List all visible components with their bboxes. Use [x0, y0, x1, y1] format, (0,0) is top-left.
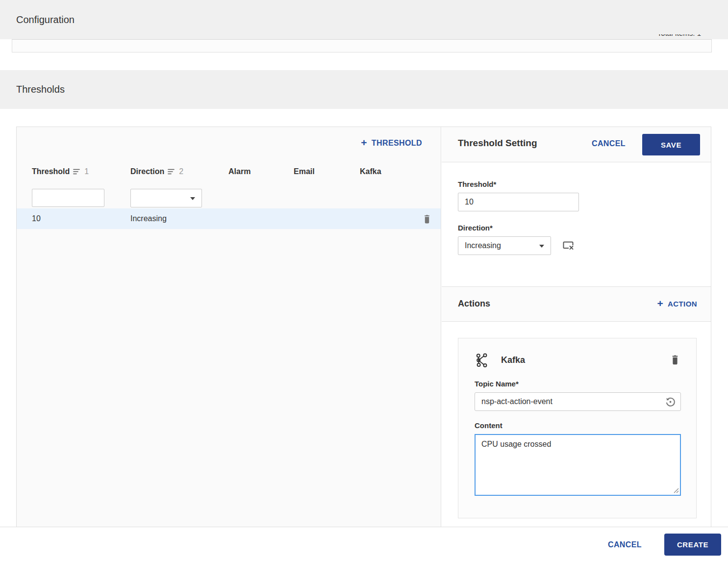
threshold-setting-fields: Threshold* Direction* Increasing [442, 162, 711, 255]
threshold-filter-input[interactable] [32, 189, 104, 207]
table-header-row: Threshold 1 Direction 2 [17, 167, 441, 186]
row-threshold-cell: 10 [32, 208, 41, 229]
add-action-button[interactable]: + ACTION [657, 299, 697, 309]
kafka-card-title: Kafka [501, 355, 525, 365]
threshold-setting-header: Threshold Setting CANCEL SAVE [442, 127, 711, 162]
column-header-kafka[interactable]: Kafka [360, 167, 381, 176]
thresholds-section-header: Thresholds [0, 70, 728, 109]
table-filter-row [17, 188, 441, 210]
kafka-card-header: Kafka [475, 352, 680, 368]
topic-name-label: Topic Name* [475, 380, 680, 388]
row-direction-cell: Increasing [130, 208, 167, 229]
clear-selection-icon[interactable] [562, 240, 575, 251]
direction-field-label: Direction* [458, 224, 711, 232]
plus-icon: + [657, 298, 663, 308]
delete-action-trash-icon[interactable] [670, 354, 680, 365]
configuration-section-header: Configuration [0, 0, 728, 39]
threshold-field-label: Threshold* [458, 180, 711, 188]
actions-title: Actions [458, 299, 490, 309]
column-header-email[interactable]: Email [294, 167, 315, 176]
footer-action-bar: CANCEL CREATE [0, 527, 728, 562]
kafka-icon [475, 353, 488, 367]
direction-select[interactable]: Increasing [458, 236, 551, 255]
delete-row-trash-icon[interactable] [422, 214, 432, 224]
thresholds-table: + THRESHOLD Threshold 1 Direction [17, 127, 441, 527]
add-threshold-label: THRESHOLD [372, 139, 422, 148]
threshold-cancel-button[interactable]: CANCEL [592, 139, 626, 148]
topic-name-input[interactable] [475, 392, 681, 411]
add-action-label: ACTION [668, 300, 697, 308]
threshold-setting-panel: Threshold Setting CANCEL SAVE Threshold*… [442, 127, 711, 527]
footer-cancel-button[interactable]: CANCEL [608, 540, 642, 549]
direction-select-value: Increasing [465, 241, 501, 250]
column-header-direction[interactable]: Direction 2 [130, 167, 183, 176]
column-header-alarm[interactable]: Alarm [228, 167, 251, 176]
thresholds-panel: + THRESHOLD Threshold 1 Direction [16, 127, 711, 527]
actions-section-header: Actions + ACTION [442, 286, 711, 322]
configuration-title: Configuration [16, 14, 75, 26]
kafka-action-card: Kafka Topic Name* Content CPU [458, 338, 697, 518]
table-row[interactable]: 10 Increasing [17, 208, 441, 229]
footer-create-button[interactable]: CREATE [664, 534, 721, 556]
sort-order-badge: 1 [84, 167, 89, 176]
table-toolbar: + THRESHOLD [17, 127, 441, 162]
restore-default-icon[interactable] [665, 396, 676, 408]
add-threshold-button[interactable]: + THRESHOLD [361, 138, 422, 148]
column-header-threshold[interactable]: Threshold 1 [32, 167, 89, 176]
threshold-save-button[interactable]: SAVE [642, 134, 700, 155]
thresholds-title: Thresholds [16, 84, 65, 95]
chevron-down-icon [190, 197, 195, 200]
plus-icon: + [361, 137, 367, 148]
content-label: Content [475, 421, 680, 430]
chevron-down-icon [539, 245, 544, 248]
direction-filter-select[interactable] [130, 189, 202, 207]
sort-icon [73, 168, 81, 175]
configuration-table-remnant [12, 39, 712, 52]
total-items-clipped-text: Total Items: 1 [657, 34, 701, 39]
threshold-value-input[interactable] [458, 193, 579, 211]
sort-icon [168, 168, 176, 175]
content-textarea[interactable]: CPU usage crossed [475, 434, 681, 496]
sort-order-badge: 2 [179, 167, 183, 176]
threshold-setting-title: Threshold Setting [458, 138, 537, 149]
app-root: Configuration Total Items: 1 Thresholds … [0, 0, 728, 562]
